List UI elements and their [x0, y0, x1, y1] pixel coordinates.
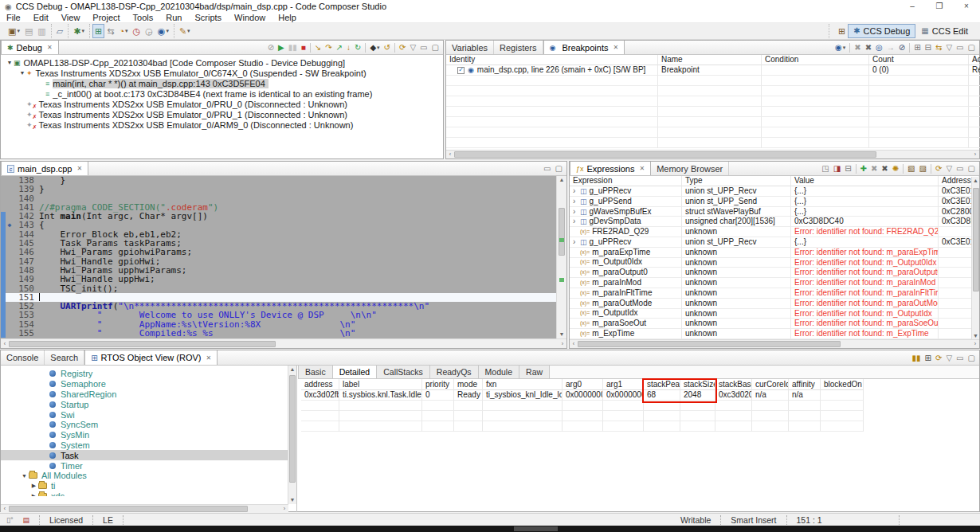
- rov-task-row[interactable]: 0xc3d02fb0ti.sysbios.knl.Task.IdleTask0R…: [298, 390, 979, 401]
- code-area[interactable]: 138 }139}140141//#pragma CODE_SECTION(".…: [1, 176, 556, 338]
- expand-icon[interactable]: ›: [573, 217, 580, 226]
- expand-all-icon[interactable]: ⊞: [912, 41, 922, 54]
- restart-icon[interactable]: ↺: [382, 41, 392, 54]
- code-line[interactable]: 142Int main(Int argc, Char* argv[]): [1, 212, 556, 221]
- column-header-type[interactable]: Type: [682, 176, 791, 186]
- save-icon[interactable]: ▤: [22, 24, 35, 38]
- view-menu-icon[interactable]: ▽: [944, 351, 954, 364]
- tab-main-dsp-cpp[interactable]: c main_dsp.cpp ✕: [1, 162, 88, 175]
- close-window-button[interactable]: ×: [953, 0, 980, 13]
- table-view-icon[interactable]: ⊞: [923, 351, 933, 364]
- tree-expand-icon[interactable]: ▼: [18, 70, 26, 76]
- scroll-right-icon[interactable]: ›: [559, 340, 566, 348]
- debug-tree-item[interactable]: ✦✗Texas Instruments XDS2xx USB Emulator_…: [1, 99, 443, 109]
- flash-icon[interactable]: ◔▾: [116, 24, 130, 38]
- expression-row[interactable]: ›◫gWaveSmpBufExstruct stWavePlayBuf{...}…: [570, 207, 979, 217]
- ccs-edit-perspective-button[interactable]: ▦ CCS Edit: [915, 24, 974, 38]
- menu-scripts[interactable]: Scripts: [188, 13, 228, 23]
- scroll-right-icon[interactable]: ›: [971, 151, 979, 158]
- column-header-condition[interactable]: Condition: [762, 55, 869, 65]
- show-breakpoints-icon[interactable]: ◎: [874, 41, 884, 54]
- editor-hscrollbar[interactable]: ‹ ›: [1, 338, 566, 348]
- minimize-icon[interactable]: ▭: [955, 162, 965, 175]
- dropdown-arrow-icon[interactable]: ▾: [843, 45, 846, 51]
- column-header-mode[interactable]: mode: [454, 379, 483, 390]
- expand-icon[interactable]: ›: [573, 207, 580, 217]
- debug-gear-icon[interactable]: ✱▾: [71, 24, 87, 38]
- remove-all-icon[interactable]: ✖: [880, 162, 889, 175]
- rov-tab-readyqs[interactable]: ReadyQs: [429, 365, 479, 378]
- expression-row[interactable]: (x)=m_paraOutput0unknownError: identifie…: [570, 268, 979, 278]
- terminate-icon[interactable]: ■: [300, 41, 308, 54]
- maximize-icon[interactable]: ▢: [966, 162, 977, 175]
- rov-tab-module[interactable]: Module: [478, 365, 519, 378]
- maximize-icon[interactable]: ▢: [554, 162, 564, 175]
- menu-run[interactable]: Run: [159, 13, 188, 23]
- suspend-icon[interactable]: ▮▮: [911, 351, 923, 364]
- refresh-icon[interactable]: ⟳: [934, 351, 943, 364]
- rov-tab-raw[interactable]: Raw: [519, 365, 550, 378]
- skip-breakpoints-icon[interactable]: ⊘: [266, 41, 276, 54]
- minimize-icon[interactable]: ▭: [542, 162, 552, 175]
- remove-icon[interactable]: ✖: [853, 41, 862, 54]
- debug-tree-item[interactable]: ≡_c_int00() at boot.c:173 0xC3D84BE4 (ne…: [1, 88, 443, 99]
- column-header-affinity[interactable]: affinity: [789, 379, 821, 390]
- asm-step-over-icon[interactable]: ↻: [353, 41, 363, 54]
- breakpoints-hscrollbar[interactable]: ‹ ›: [446, 150, 979, 158]
- tab-search[interactable]: Search: [45, 350, 84, 365]
- refresh-icon[interactable]: ⟳: [398, 41, 407, 54]
- rov-tab-callstacks[interactable]: CallStacks: [376, 365, 430, 378]
- menu-view[interactable]: View: [55, 13, 87, 23]
- maximize-icon[interactable]: ▢: [966, 41, 977, 54]
- new-breakpoint-icon[interactable]: ◉▾: [155, 24, 171, 38]
- scroll-up-icon[interactable]: ▲: [558, 176, 566, 184]
- flash-dropdown-icon[interactable]: ◆▾: [368, 41, 381, 54]
- link-debug-icon[interactable]: ⇆: [934, 41, 943, 54]
- scroll-left-icon[interactable]: ‹: [446, 151, 454, 158]
- menu-file[interactable]: File: [0, 13, 27, 23]
- skip-all-icon[interactable]: ⊘: [897, 41, 907, 54]
- column-header-label[interactable]: label: [339, 379, 422, 390]
- expand-icon[interactable]: ›: [573, 237, 580, 247]
- expression-row[interactable]: (x)=FRE2RAD_Q29unknownError: identifier …: [570, 227, 979, 237]
- debug-tree-item[interactable]: ▼▣OMAPL138-DSP-Cpp_20210304bad [Code Com…: [1, 57, 443, 68]
- remove-icon[interactable]: ✖: [869, 162, 879, 175]
- restore-window-button[interactable]: ❐: [926, 0, 953, 13]
- editor-vscrollbar[interactable]: ▲ ▼: [556, 176, 566, 338]
- rov-tree-item[interactable]: System: [1, 440, 296, 451]
- save-all-icon[interactable]: ▥: [35, 24, 48, 38]
- expression-row[interactable]: (x)=m_paraExpTimeunknownError: identifie…: [570, 248, 979, 258]
- goto-file-icon[interactable]: →: [885, 41, 896, 54]
- dropdown-arrow-icon[interactable]: ▾: [166, 28, 169, 34]
- expand-icon[interactable]: ›: [573, 197, 580, 206]
- expression-row[interactable]: ›◫g_uPPRecvunion st_UPP_Recv{...}0xC3E01…: [570, 237, 979, 248]
- tree-expand-icon[interactable]: ▶: [29, 483, 38, 489]
- debug-tree-item[interactable]: ▼✦Texas Instruments XDS2xx USB Emulator_…: [1, 68, 443, 78]
- rov-tree-item[interactable]: Semaphore: [1, 379, 296, 389]
- column-header-stackbase[interactable]: stackBase: [715, 379, 752, 390]
- link-icon[interactable]: ⇆: [104, 24, 116, 38]
- number-format-icon[interactable]: ◨: [832, 162, 842, 175]
- column-header-identity[interactable]: Identity: [446, 55, 658, 65]
- collapse-all-icon[interactable]: ⊟: [923, 41, 933, 54]
- tab-registers[interactable]: Registers: [494, 41, 543, 54]
- windows-taskbar-edge[interactable]: [0, 526, 980, 532]
- window-icon[interactable]: ▱: [54, 24, 65, 38]
- suspend-icon[interactable]: ▮▮: [287, 41, 299, 54]
- tab-expressions[interactable]: ƒxExpressions✕: [570, 162, 651, 175]
- expression-row[interactable]: ›◫g_uPPRecvunion st_UPP_Recv{...}0xC3E01…: [570, 186, 979, 197]
- column-header-count[interactable]: Count: [869, 55, 969, 65]
- asm-step-into-icon[interactable]: ↓: [345, 41, 352, 54]
- code-line[interactable]: 139}: [1, 185, 556, 194]
- close-icon[interactable]: ✕: [613, 44, 618, 51]
- rov-tab-detailed[interactable]: Detailed: [332, 365, 378, 378]
- step-into-icon[interactable]: ↘: [313, 41, 323, 54]
- column-header-value[interactable]: Value: [791, 176, 939, 186]
- column-header-address[interactable]: address: [301, 379, 339, 390]
- debug-tree-item[interactable]: ✦✗Texas Instruments XDS2xx USB Emulator_…: [1, 119, 443, 130]
- scroll-right-icon[interactable]: ›: [280, 505, 288, 513]
- scroll-up-icon[interactable]: ▲: [972, 177, 980, 185]
- error-log-icon[interactable]: ▤: [18, 516, 35, 524]
- rov-tree-item[interactable]: SyncSem: [1, 420, 296, 430]
- column-header-ac[interactable]: Ac: [969, 55, 980, 65]
